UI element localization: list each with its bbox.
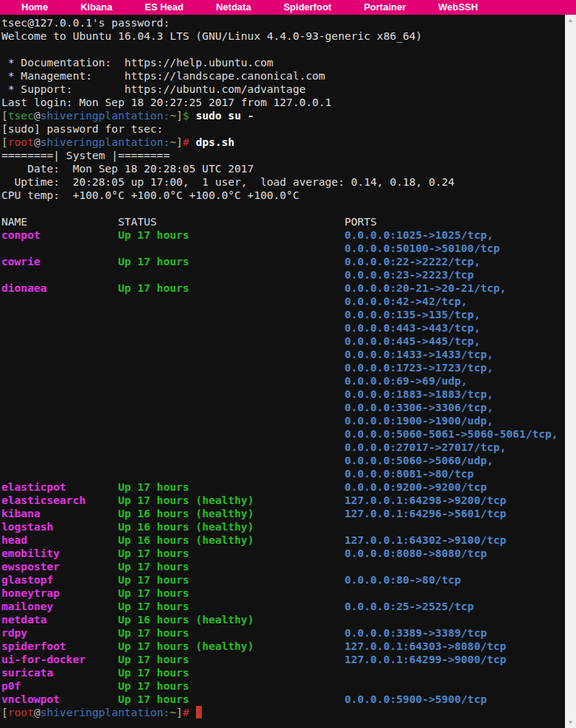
terminal-text: root <box>8 136 34 148</box>
service-port: 0.0.0.0:50100->50100/tcp <box>345 242 500 254</box>
service-row-netdata: netdata Up 16 hours (healthy) <box>1 613 565 626</box>
service-row-head: head Up 16 hours (healthy) 127.0.0.1:643… <box>1 533 565 547</box>
scroll-down-icon[interactable]: ▼ <box>565 717 576 728</box>
service-status: Up 17 hours <box>118 626 345 639</box>
terminal-text: shiveringplantation: <box>41 109 170 122</box>
service-status: Up 16 hours (healthy) <box>118 613 345 626</box>
service-port: 0.0.0.0:8081->80/tcp <box>345 467 474 480</box>
service-name: kibana <box>1 507 118 519</box>
service-port: 0.0.0.0:27017->27017/tcp, <box>345 441 507 453</box>
terminal-text <box>1 43 8 55</box>
service-port: 0.0.0.0:23->2223/tcp <box>345 268 474 281</box>
service-name: elasticpot <box>1 480 118 493</box>
terminal-line: ========| System |======== <box>1 149 565 162</box>
service-row-suricata: suricata Up 17 hours <box>1 666 565 679</box>
terminal-text <box>1 401 345 413</box>
terminal-text: ~ <box>169 136 176 148</box>
service-name: suricata <box>1 666 118 679</box>
terminal-text <box>1 321 345 334</box>
service-row-glastopf: glastopf Up 17 hours 0.0.0.0:80->80/tcp <box>1 573 565 587</box>
terminal-text: [sudo] password for tsec: <box>1 122 164 135</box>
service-row-elasticsearch: elasticsearch Up 17 hours (healthy) 127.… <box>1 494 565 507</box>
service-name: emobility <box>1 547 118 559</box>
service-row-cowrie: cowrie Up 17 hours 0.0.0.0:22->2222/tcp, <box>1 255 565 268</box>
service-port-row-dionaea: 0.0.0.0:135->135/tcp, <box>1 308 565 321</box>
service-status: Up 17 hours (healthy) <box>118 494 345 506</box>
service-port-row-dionaea: 0.0.0.0:5060-5061->5060-5061/tcp, <box>1 427 565 441</box>
service-port: 0.0.0.0:25->2525/tcp <box>345 600 474 612</box>
service-name: mailoney <box>1 600 118 612</box>
service-status: Up 16 hours (healthy) <box>118 507 345 519</box>
terminal-text: Last login: Mon Sep 18 20:27:25 2017 fro… <box>1 96 331 108</box>
service-port-row-dionaea: 0.0.0.0:69->69/udp, <box>1 374 565 388</box>
service-port: 0.0.0.0:9200->9200/tcp <box>345 480 487 493</box>
service-name: cowrie <box>1 255 118 267</box>
service-port: 127.0.0.1:64296->5601/tcp <box>345 507 507 519</box>
service-port: 127.0.0.1:64299->9000/tcp <box>345 653 507 665</box>
service-row-p0f: p0f Up 17 hours <box>1 679 565 693</box>
nav-item-es-head[interactable]: ES Head <box>128 0 200 15</box>
terminal-output[interactable]: tsec@127.0.0.1's password:Welcome to Ubu… <box>0 15 565 728</box>
service-port-row-dionaea: 0.0.0.0:5060->5060/udp, <box>1 454 565 467</box>
terminal-text: tsec@127.0.0.1's password: <box>1 16 169 29</box>
service-row-kibana: kibana Up 16 hours (healthy) 127.0.0.1:6… <box>1 507 565 520</box>
service-port: 127.0.0.1:64302->9100/tcp <box>345 533 507 546</box>
service-port-row-dionaea: 0.0.0.0:1723->1723/tcp, <box>1 361 565 374</box>
terminal-text: ~ <box>169 706 176 718</box>
service-name: rdpy <box>1 626 118 639</box>
service-status: Up 16 hours (healthy) <box>118 533 345 546</box>
scroll-up-icon[interactable]: ▲ <box>565 15 576 26</box>
service-name: vnclowpot <box>1 693 118 705</box>
terminal-text: CPU temp: +100.0°C +100.0°C +100.0°C +10… <box>1 189 299 201</box>
service-name: netdata <box>1 613 118 626</box>
service-port-row-cowrie: 0.0.0.0:23->2223/tcp <box>1 268 565 281</box>
terminal-text: Date: Mon Sep 18 20:28:05 UTC 2017 <box>1 162 254 175</box>
service-port: 0.0.0.0:1883->1883/tcp, <box>345 388 494 400</box>
terminal-cursor[interactable] <box>196 706 203 718</box>
service-port: 127.0.0.1:64303->8080/tcp <box>345 640 507 652</box>
service-port-row-dionaea: 0.0.0.0:27017->27017/tcp, <box>1 441 565 454</box>
terminal-text: * Support: https://ubuntu.com/advantage <box>1 83 306 95</box>
nav-item-portainer[interactable]: Portainer <box>348 0 422 15</box>
terminal-text: tsec <box>8 109 34 122</box>
terminal-text <box>1 427 345 440</box>
service-port: 127.0.0.1:64298->9200/tcp <box>345 494 507 506</box>
service-status: Up 17 hours <box>118 600 345 612</box>
nav-item-netdata[interactable]: Netdata <box>200 0 267 15</box>
terminal-text: sudo su - <box>196 109 254 122</box>
service-status: Up 17 hours <box>118 653 345 665</box>
service-port: 0.0.0.0:445->445/tcp, <box>345 335 481 347</box>
nav-item-kibana[interactable]: Kibana <box>64 0 128 15</box>
service-row-dionaea: dionaea Up 17 hours 0.0.0.0:20-21->20-21… <box>1 281 565 295</box>
service-port-row-dionaea: 0.0.0.0:1900->1900/udp, <box>1 414 565 427</box>
terminal-line: Date: Mon Sep 18 20:28:05 UTC 2017 <box>1 162 565 175</box>
terminal-text <box>1 335 345 347</box>
service-name: glastopf <box>1 573 118 586</box>
terminal-text: $ <box>183 109 189 122</box>
service-name: logstash <box>1 520 118 533</box>
service-port: 0.0.0.0:22->2222/tcp, <box>345 255 481 267</box>
top-nav: HomeKibanaES HeadNetdataSpiderfootPortai… <box>0 0 576 15</box>
service-row-ewsposter: ewsposter Up 17 hours <box>1 560 565 573</box>
service-status: Up 16 hours (healthy) <box>118 520 345 533</box>
service-status: Up 17 hours <box>118 480 345 493</box>
scrollbar[interactable]: ▲ ▼ <box>565 15 576 728</box>
terminal-text: ] <box>176 706 183 718</box>
terminal-text <box>1 295 345 307</box>
service-port-row-dionaea: 0.0.0.0:1433->1433/tcp, <box>1 348 565 361</box>
terminal-text <box>1 467 345 480</box>
nav-item-webssh[interactable]: WebSSH <box>422 0 494 15</box>
terminal-text <box>1 454 345 466</box>
service-port: 0.0.0.0:1900->1900/udp, <box>345 414 494 427</box>
nav-item-home[interactable]: Home <box>5 0 64 15</box>
service-port: 0.0.0.0:8080->8080/tcp <box>345 547 487 559</box>
service-row-ui-for-docker: ui-for-docker Up 17 hours 127.0.0.1:6429… <box>1 653 565 666</box>
service-port-row-dionaea: 0.0.0.0:445->445/tcp, <box>1 335 565 348</box>
terminal-text: # <box>183 706 189 718</box>
service-port-row-dionaea: 0.0.0.0:8081->80/tcp <box>1 467 565 480</box>
service-port: 0.0.0.0:80->80/tcp <box>345 573 461 586</box>
terminal-text <box>189 109 196 122</box>
nav-item-spiderfoot[interactable]: Spiderfoot <box>267 0 348 15</box>
terminal-line: Last login: Mon Sep 18 20:27:25 2017 fro… <box>1 96 565 109</box>
service-port-row-dionaea: 0.0.0.0:443->443/tcp, <box>1 321 565 335</box>
